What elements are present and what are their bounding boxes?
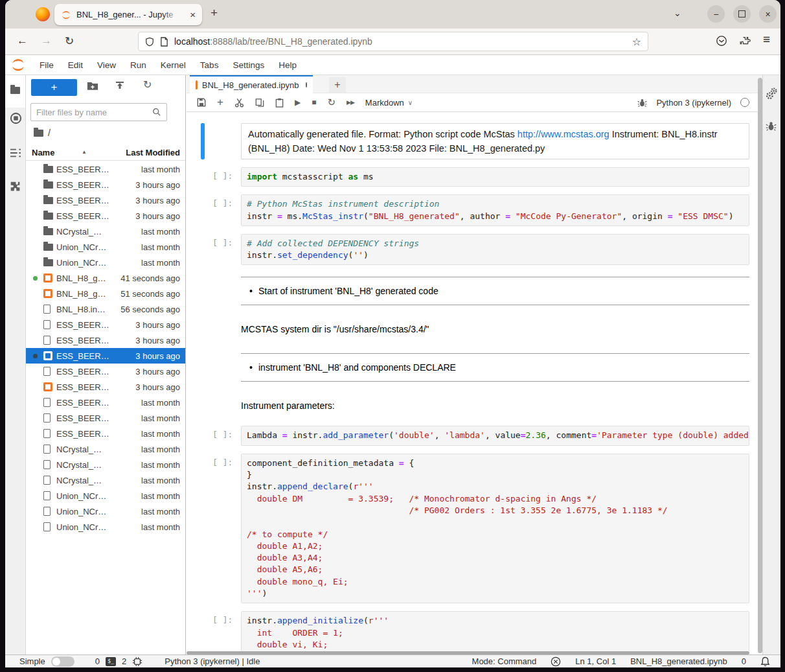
shield-icon[interactable] — [145, 37, 154, 47]
file-row[interactable]: NCrystal_…last month — [26, 457, 185, 472]
upload-icon[interactable] — [115, 81, 125, 91]
file-row[interactable]: ESS_BEER…last month — [26, 161, 185, 177]
menu-tabs[interactable]: Tabs — [193, 58, 226, 73]
kernel-status-text[interactable]: Python 3 (ipykernel) | Idle — [165, 656, 260, 666]
column-name[interactable]: Name — [32, 148, 54, 157]
cell-editor[interactable]: # Python McStas instrument descriptionin… — [241, 194, 749, 226]
file-row[interactable]: NCrystal_…last month — [26, 224, 185, 239]
file-row[interactable]: Union_NCr…last month — [26, 255, 185, 270]
kernel-name[interactable]: Python 3 (ipykernel) — [656, 98, 731, 108]
hamburger-menu-icon[interactable]: ≡ — [763, 32, 770, 47]
column-last-modified[interactable]: Last Modified — [126, 148, 180, 157]
stop-kernel-icon[interactable]: ■ — [312, 98, 316, 107]
file-row[interactable]: Union_NCr…last month — [26, 488, 185, 504]
breadcrumb[interactable]: / — [34, 128, 51, 138]
menu-help[interactable]: Help — [271, 58, 304, 73]
file-row[interactable]: Union_NCr…last month — [26, 504, 185, 519]
cell-editor[interactable]: Start of instrument 'BNL_H8' generated c… — [241, 273, 749, 309]
cell-editor[interactable]: import mcstasscript as ms — [241, 167, 749, 187]
code-input-box[interactable]: Lambda = instr.add_parameter('double', '… — [241, 426, 749, 445]
restart-kernel-icon[interactable]: ↻ — [327, 97, 336, 108]
run-cell-icon[interactable]: ▶ — [295, 98, 301, 107]
file-row[interactable]: ESS_BEER…3 hours ago — [26, 332, 185, 348]
file-row[interactable]: ESS_BEER…3 hours ago — [26, 348, 185, 364]
file-row[interactable]: ESS_BEER…last month — [26, 410, 185, 426]
simple-mode-toggle[interactable] — [51, 656, 74, 667]
menu-kernel[interactable]: Kernel — [154, 58, 193, 73]
cell-editor[interactable]: # Add collected DEPENDENCY stringsinstr.… — [241, 234, 749, 266]
file-row[interactable]: ESS_BEER…3 hours ago — [26, 177, 185, 192]
copy-icon[interactable] — [255, 98, 264, 108]
restart-run-all-icon[interactable]: ▶▶ — [347, 99, 354, 106]
reload-icon[interactable]: ↻ — [65, 34, 74, 48]
tab-close-icon[interactable]: × — [190, 9, 196, 20]
cell-editor[interactable]: instr.append_initialize(r''' int ORDER =… — [241, 611, 749, 651]
menu-run[interactable]: Run — [123, 58, 154, 73]
file-row[interactable]: ESS_BEER…3 hours ago — [26, 192, 185, 208]
kernel-chip-icon[interactable] — [132, 656, 142, 667]
property-inspector-gears-icon[interactable] — [766, 87, 779, 100]
code-input-box[interactable]: # Add collected DEPENDENCY stringsinstr.… — [241, 234, 749, 266]
statusbar-filename[interactable]: BNL_H8_generated.ipynb — [630, 656, 727, 666]
file-row[interactable]: ESS_BEER…last month — [26, 426, 185, 441]
sort-arrow-icon[interactable]: ▲ — [82, 149, 87, 155]
cursor-position[interactable]: Ln 1, Col 1 — [575, 656, 616, 666]
url-bar[interactable]: localhost:8888/lab/tree/BNL_H8_generated… — [138, 32, 648, 51]
notification-bell-icon[interactable] — [760, 656, 770, 667]
menu-settings[interactable]: Settings — [225, 58, 271, 73]
code-input-box[interactable]: # Python McStas instrument descriptionin… — [241, 194, 749, 226]
file-row[interactable]: BNL_H8_g…51 seconds ago — [26, 286, 185, 301]
cell-code[interactable]: [ ]:instr.append_initialize(r''' int ORD… — [201, 611, 749, 651]
command-mode-indicator[interactable]: Mode: Command — [472, 656, 537, 666]
extension-manager-puzzle-icon[interactable] — [10, 181, 22, 193]
markdown-source-box[interactable]: Automatically generated file. Format: Py… — [241, 123, 749, 159]
file-row[interactable]: Union_NCr…last month — [26, 519, 185, 535]
menu-view[interactable]: View — [90, 58, 123, 73]
cell-editor[interactable]: MCSTAS system dir is "/usr/share/mcstas/… — [241, 317, 749, 342]
refresh-icon[interactable]: ↻ — [143, 78, 152, 91]
cell-markdown-rendered[interactable]: Start of instrument 'BNL_H8' generated c… — [201, 273, 749, 309]
debugger-sidebar-bug-icon[interactable] — [766, 121, 777, 132]
code-input-box[interactable]: instr.append_initialize(r''' int ORDER =… — [241, 611, 749, 651]
cell-type-dropdown[interactable]: Markdown ∨ — [365, 98, 413, 108]
bookmark-star-icon[interactable]: ☆ — [632, 36, 641, 48]
kernel-status-circle-icon[interactable] — [740, 98, 749, 107]
cell-markdown-rendered[interactable]: instrument 'BNL_H8' and components DECLA… — [201, 349, 749, 386]
new-notebook-tab-button[interactable]: + — [329, 77, 346, 93]
cell-markdown-input[interactable]: Automatically generated file. Format: Py… — [201, 123, 749, 159]
menu-file[interactable]: File — [32, 58, 61, 73]
running-sessions-icon[interactable] — [10, 112, 22, 124]
terminal-icon[interactable]: $_ — [106, 657, 116, 666]
add-cell-icon[interactable]: + — [217, 96, 223, 109]
cell-editor[interactable]: Lambda = instr.add_parameter('double', '… — [241, 426, 749, 445]
minimize-button[interactable]: − — [707, 5, 725, 23]
table-of-contents-icon[interactable] — [10, 148, 21, 158]
cell-editor[interactable]: component_definition_metadata = {}instr.… — [241, 454, 749, 604]
file-row[interactable]: NCrystal_…last month — [26, 472, 185, 488]
menu-edit[interactable]: Edit — [61, 58, 90, 73]
cell-code[interactable]: [ ]:# Add collected DEPENDENCY stringsin… — [201, 234, 749, 266]
new-tab-button[interactable]: + — [210, 6, 218, 20]
firefox-icon[interactable] — [36, 7, 50, 21]
cell-editor[interactable]: Automatically generated file. Format: Py… — [241, 123, 749, 159]
new-folder-icon[interactable] — [87, 81, 98, 91]
file-browser-icon[interactable] — [10, 87, 20, 94]
file-row[interactable]: ESS_BEER…3 hours ago — [26, 317, 185, 332]
page-icon[interactable] — [160, 37, 168, 47]
code-input-box[interactable]: component_definition_metadata = {}instr.… — [241, 454, 749, 604]
pocket-icon[interactable] — [716, 35, 727, 47]
paste-icon[interactable] — [275, 98, 284, 108]
cell-markdown-rendered[interactable]: MCSTAS system dir is "/usr/share/mcstas/… — [201, 317, 749, 342]
cell-editor[interactable]: Instrument parameters: — [241, 393, 749, 418]
cell-code[interactable]: [ ]:import mcstasscript as ms — [201, 167, 749, 187]
debugger-bug-icon[interactable] — [637, 98, 647, 108]
breadcrumb-root[interactable]: / — [48, 128, 51, 138]
vertical-scrollbar[interactable] — [758, 78, 762, 653]
file-row[interactable]: BNL_H8_g…41 seconds ago — [26, 270, 185, 286]
file-row[interactable]: ESS_BEER…3 hours ago — [26, 208, 185, 224]
save-icon[interactable] — [197, 98, 206, 107]
close-button[interactable]: × — [759, 5, 777, 23]
tab-list-chevron-icon[interactable]: ⌄ — [674, 8, 681, 18]
cell-code[interactable]: [ ]:Lambda = instr.add_parameter('double… — [201, 426, 749, 445]
back-icon[interactable]: ← — [17, 34, 28, 47]
